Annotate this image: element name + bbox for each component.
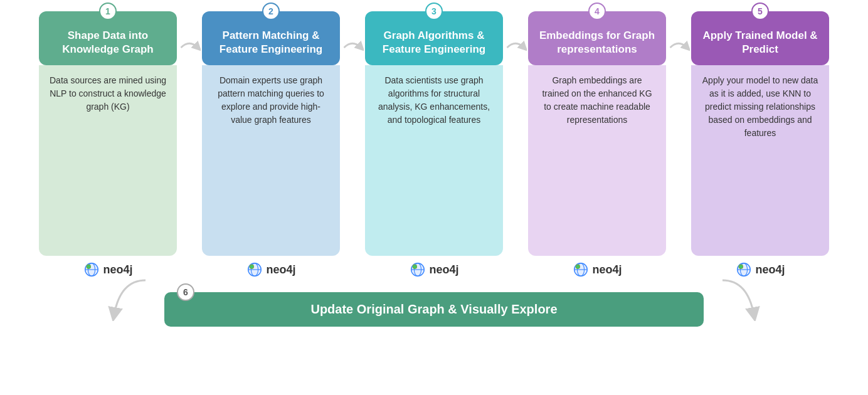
step6-number-container: 6: [177, 283, 194, 301]
curved-arrow-left-icon: [108, 277, 183, 321]
step4-header: 4 Embeddings for Graph representations: [528, 11, 666, 65]
step4-body: Graph embeddings are trained on the enha…: [528, 65, 666, 256]
curved-arrow-left: [108, 277, 183, 324]
curved-arrow-right-icon: [685, 277, 760, 321]
neo4j-logo-3: neo4j: [409, 256, 458, 281]
step-wrapper-5: 5 Apply Trained Model & Predict Apply yo…: [691, 11, 829, 281]
step-card-2: 2 Pattern Matching & Feature Engineering…: [202, 11, 340, 256]
svg-point-23: [577, 265, 580, 268]
svg-point-5: [88, 265, 90, 268]
neo4j-text-3: neo4j: [429, 263, 458, 276]
step1-body: Data sources are mined using NLP to cons…: [39, 65, 177, 256]
step-with-logo-2: 2 Pattern Matching & Feature Engineering…: [202, 11, 340, 281]
step3-body: Data scientists use graph algorithms for…: [365, 65, 503, 256]
neo4j-text-5: neo4j: [755, 263, 785, 276]
step6-text: Update Original Graph & Visually Explore: [310, 302, 557, 317]
step-with-logo-4: 4 Embeddings for Graph representations G…: [528, 11, 666, 281]
step-wrapper-3: 3 Graph Algorithms & Feature Engineering…: [365, 11, 503, 281]
step4-title: Embeddings for Graph representations: [537, 29, 657, 56]
arrow-icon-1: [178, 36, 201, 59]
step1-title: Shape Data into Knowledge Graph: [48, 29, 168, 56]
step6-number: 6: [177, 283, 194, 301]
neo4j-globe-icon-4: [572, 261, 590, 278]
neo4j-globe-icon-5: [735, 261, 753, 278]
curved-arrow-right: [685, 277, 760, 324]
step2-body: Domain experts use graph pattern matchin…: [202, 65, 340, 256]
step4-number: 4: [588, 3, 606, 20]
step-wrapper-1: 1 Shape Data into Knowledge Graph Data s…: [39, 11, 177, 281]
step-with-logo-5: 5 Apply Trained Model & Predict Apply yo…: [691, 11, 829, 281]
arrow-icon-3: [504, 36, 527, 59]
arrow-icon-4: [667, 36, 690, 59]
step-wrapper-2: 2 Pattern Matching & Feature Engineering…: [202, 11, 340, 281]
step1-header: 1 Shape Data into Knowledge Graph: [39, 11, 177, 65]
arrow-2: [340, 36, 365, 59]
step1-number: 1: [99, 3, 117, 20]
neo4j-globe-icon-3: [409, 261, 426, 278]
step2-number: 2: [262, 3, 280, 20]
step-card-4: 4 Embeddings for Graph representations G…: [528, 11, 666, 256]
step5-body: Apply your model to new data as it is ad…: [691, 65, 829, 256]
main-flow: 1 Shape Data into Knowledge Graph Data s…: [0, 11, 868, 281]
bottom-section: 6 Update Original Graph & Visually Explo…: [0, 283, 868, 330]
neo4j-text-4: neo4j: [592, 263, 622, 276]
neo4j-text-1: neo4j: [103, 263, 132, 276]
step-card-1: 1 Shape Data into Knowledge Graph Data s…: [39, 11, 177, 256]
step-with-logo-3: 3 Graph Algorithms & Feature Engineering…: [365, 11, 503, 281]
step-card-5: 5 Apply Trained Model & Predict Apply yo…: [691, 11, 829, 256]
step5-title: Apply Trained Model & Predict: [700, 29, 820, 56]
neo4j-logo-2: neo4j: [246, 256, 295, 281]
step2-header: 2 Pattern Matching & Feature Engineering: [202, 11, 340, 65]
step5-header: 5 Apply Trained Model & Predict: [691, 11, 829, 65]
step-wrapper-4: 4 Embeddings for Graph representations G…: [528, 11, 666, 281]
svg-point-29: [740, 265, 743, 268]
step2-title: Pattern Matching & Feature Engineering: [211, 29, 331, 56]
step6-container: 6 Update Original Graph & Visually Explo…: [164, 283, 704, 327]
arrow-4: [666, 36, 691, 59]
step-card-3: 3 Graph Algorithms & Feature Engineering…: [365, 11, 503, 256]
step3-header: 3 Graph Algorithms & Feature Engineering: [365, 11, 503, 65]
step3-title: Graph Algorithms & Feature Engineering: [374, 29, 494, 56]
step6-bar: Update Original Graph & Visually Explore: [164, 292, 704, 327]
step5-number: 5: [751, 3, 769, 20]
neo4j-globe-icon-2: [246, 261, 263, 278]
neo4j-text-2: neo4j: [266, 263, 295, 276]
arrow-icon-2: [341, 36, 364, 59]
step3-number: 3: [425, 3, 443, 20]
step-with-logo-1: 1 Shape Data into Knowledge Graph Data s…: [39, 11, 177, 281]
svg-point-17: [414, 265, 416, 268]
neo4j-logo-4: neo4j: [572, 256, 622, 281]
arrow-3: [503, 36, 528, 59]
svg-point-11: [251, 265, 253, 268]
page-container: 1 Shape Data into Knowledge Graph Data s…: [0, 0, 868, 330]
arrow-1: [177, 36, 202, 59]
neo4j-globe-icon-1: [83, 261, 100, 278]
